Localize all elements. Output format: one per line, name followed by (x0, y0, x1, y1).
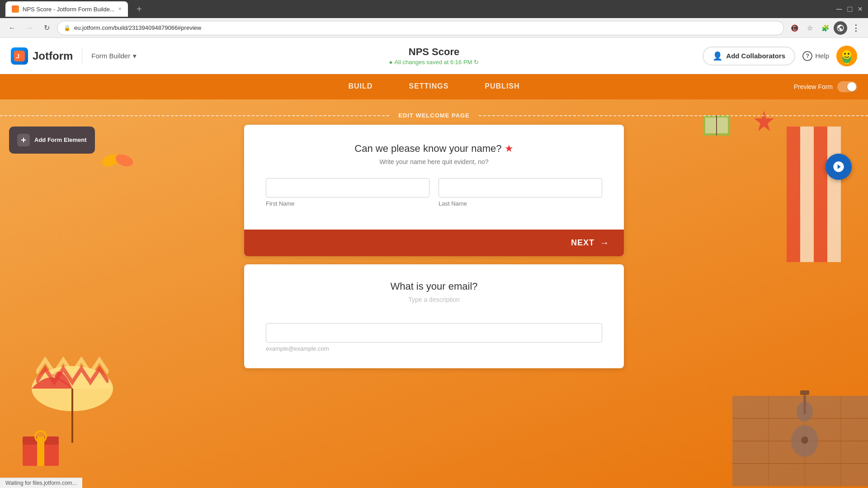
welcome-line-left (0, 115, 389, 116)
incognito-avatar (834, 21, 847, 35)
svg-rect-14 (787, 127, 800, 262)
flipflops-deco (99, 145, 136, 174)
status-text: Waiting for files.jotform.com... (5, 480, 77, 486)
svg-rect-15 (800, 127, 814, 262)
jotform-icon: J (11, 47, 28, 65)
name-form-card: Can we please know your name? ★ Write yo… (244, 125, 624, 256)
header-right: 👤 Add Collaborators ? Help (703, 46, 857, 66)
refresh-status-icon[interactable]: ↻ (474, 59, 479, 66)
form-cards-container: Can we please know your name? ★ Write yo… (244, 125, 624, 368)
forward-button[interactable]: → (23, 21, 36, 35)
bookmark-icon[interactable]: ☆ (803, 21, 816, 35)
more-options-icon[interactable]: ⋮ (849, 21, 863, 35)
name-fields: First Name Last Name (266, 178, 602, 207)
profile-icon[interactable] (834, 21, 847, 35)
svg-point-33 (801, 436, 808, 444)
blanket-deco (36, 351, 108, 398)
name-question-desc: Write your name here quit evident, no? (266, 158, 602, 165)
jotform-logo: J Jotform (11, 47, 73, 65)
name-question-title: Can we please know your name? ★ (266, 143, 602, 155)
svg-point-5 (848, 53, 849, 55)
close-tab-button[interactable]: × (118, 6, 122, 12)
form-builder-chevron: ▾ (133, 52, 137, 60)
add-form-element-button[interactable]: + Add Form Element (9, 127, 95, 154)
svg-point-9 (114, 152, 135, 169)
svg-text:J: J (16, 52, 19, 59)
add-collaborators-button[interactable]: 👤 Add Collaborators (703, 47, 795, 66)
screen-cast-icon[interactable]: 📵 (788, 21, 801, 35)
last-name-input[interactable] (439, 178, 602, 197)
next-arrow-icon: → (600, 238, 609, 248)
person-icon: 👤 (712, 51, 722, 61)
tab-publish[interactable]: PUBLISH (467, 75, 538, 99)
help-icon: ? (802, 51, 812, 61)
fab-icon (832, 160, 845, 173)
extensions-icon[interactable]: 🧩 (818, 21, 832, 35)
tab-settings[interactable]: SETTINGS (391, 75, 467, 99)
next-label: NEXT (571, 238, 594, 248)
header-divider (82, 48, 82, 64)
tab-build[interactable]: BUILD (330, 75, 391, 99)
jotform-text: Jotform (33, 50, 73, 62)
svg-rect-16 (814, 127, 827, 262)
app-header: J Jotform Form Builder ▾ NPS Score ● All… (0, 38, 868, 74)
lock-icon: 🔒 (64, 25, 71, 31)
edit-welcome-text: EDIT WELCOME PAGE (389, 109, 479, 122)
browser-titlebar: NPS Score - Jotform Form Builde... × + ─… (0, 0, 868, 18)
email-question-title: What is your email? (266, 281, 602, 292)
email-form-card: What is your email? Type a description e… (244, 264, 624, 368)
preview-form-label: Preview Form (794, 83, 833, 90)
svg-rect-32 (800, 390, 809, 395)
maximize-icon[interactable]: □ (848, 5, 853, 14)
email-input[interactable] (266, 323, 602, 343)
help-button[interactable]: ? Help (802, 51, 829, 61)
minimize-icon[interactable]: ─ (836, 5, 842, 14)
guitar-deco (787, 387, 823, 461)
gift-deco (18, 423, 63, 470)
email-placeholder-hint: example@example.com (266, 345, 602, 352)
refresh-button[interactable]: ↻ (40, 21, 53, 35)
address-text: eu.jotform.com/build/231394094879066#pre… (74, 24, 201, 31)
add-plus-icon: + (17, 134, 30, 146)
status-bar: Waiting for files.jotform.com... (0, 478, 82, 488)
stripes-deco (787, 127, 841, 262)
last-name-field: Last Name (439, 178, 602, 207)
edit-welcome-banner[interactable]: EDIT WELCOME PAGE (0, 109, 868, 122)
user-avatar[interactable] (836, 46, 857, 66)
name-card-footer: NEXT → (244, 230, 624, 256)
floating-action-button[interactable] (826, 154, 852, 180)
add-form-element-label: Add Form Element (34, 136, 87, 144)
toggle-knob (847, 82, 856, 91)
address-bar[interactable]: 🔒 eu.jotform.com/build/231394094879066#p… (57, 21, 784, 35)
name-card-body: Can we please know your name? ★ Write yo… (244, 125, 624, 230)
app-nav: BUILD SETTINGS PUBLISH Preview Form (0, 74, 868, 99)
header-center: NPS Score ● All changes saved at 6:16 PM… (389, 46, 479, 66)
browser-tab[interactable]: NPS Score - Jotform Form Builde... × (5, 1, 128, 17)
svg-rect-17 (827, 127, 841, 262)
email-input-wrap: example@example.com (266, 316, 602, 352)
first-name-field: First Name (266, 178, 429, 207)
email-card-body: What is your email? Type a description e… (244, 264, 624, 368)
browser-nav: ← → ↻ 🔒 eu.jotform.com/build/23139409487… (0, 18, 868, 38)
next-button[interactable]: NEXT → (244, 230, 624, 256)
tab-title: NPS Score - Jotform Form Builde... (23, 6, 115, 13)
tab-favicon (12, 5, 19, 13)
preview-form-toggle[interactable]: Preview Form (794, 81, 857, 92)
email-question-desc: Type a description (266, 296, 602, 303)
add-collaborators-label: Add Collaborators (726, 52, 785, 60)
first-name-input[interactable] (266, 178, 429, 197)
new-tab-button[interactable]: + (132, 1, 147, 17)
help-label: Help (815, 52, 829, 60)
form-builder-label: Form Builder (91, 52, 130, 60)
preview-toggle-switch[interactable] (837, 81, 857, 92)
svg-point-4 (844, 53, 846, 55)
close-window-icon[interactable]: × (858, 5, 863, 14)
required-star: ★ (505, 143, 514, 154)
form-builder-dropdown[interactable]: Form Builder ▾ (91, 52, 137, 60)
last-name-label: Last Name (439, 200, 602, 207)
nav-tabs: BUILD SETTINGS PUBLISH (330, 75, 538, 99)
back-button[interactable]: ← (5, 21, 19, 35)
form-canvas: EDIT WELCOME PAGE + Add Form Element Can… (0, 99, 868, 488)
save-status: ● All changes saved at 6:16 PM ↻ (389, 59, 479, 66)
first-name-label: First Name (266, 200, 429, 207)
